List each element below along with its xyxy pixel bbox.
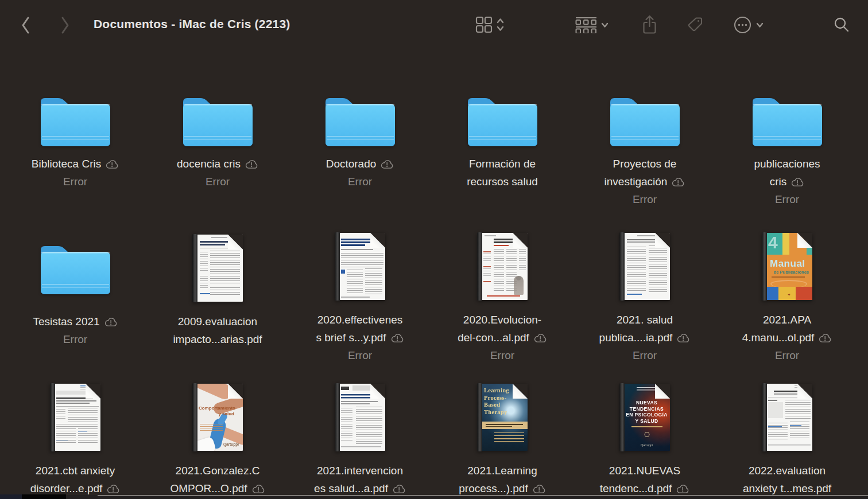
pdf-spine	[762, 383, 767, 451]
window-bottom-edge	[0, 494, 868, 499]
pdf-thumbnail[interactable]	[477, 232, 528, 301]
folder-icon[interactable]	[41, 243, 110, 294]
page-curl	[655, 233, 670, 248]
folder-icon[interactable]	[183, 95, 253, 146]
pdf-page	[623, 233, 670, 300]
pdf-thumbnail[interactable]	[50, 383, 100, 451]
cloud-error-icon	[392, 484, 406, 494]
pdf-spine	[619, 232, 625, 301]
pdf-thumbnail[interactable]	[192, 234, 243, 302]
folder-icon[interactable]	[41, 95, 110, 146]
item-biblioteca-cris[interactable]: Biblioteca Cris Error	[4, 66, 146, 215]
background-gap	[22, 494, 66, 499]
publisher-logo: ✦	[788, 293, 790, 297]
pdf-thumbnail[interactable]: Learning Process- Based Therapy	[477, 383, 528, 451]
item-2020-evolucion[interactable]: 2020.Evolucion- del-con...al.pdf Error	[431, 215, 574, 364]
folder-icon[interactable]	[753, 95, 822, 146]
pdf-spine	[477, 383, 482, 451]
cloud-error-icon	[105, 159, 119, 169]
item-2009-evaluacion[interactable]: 2009.evaluacion impacto...arias.pdf	[146, 215, 289, 364]
item-name: tendenc...d.pdf	[600, 482, 672, 495]
pdf-page	[196, 235, 243, 302]
item-name: del-con...al.pdf	[458, 332, 529, 344]
page-curl	[797, 384, 812, 399]
item-publicaciones-cris[interactable]: publicaciones cris Error	[716, 66, 858, 215]
item-2021-cbt-anxiety[interactable]: 2021.cbt anxiety disorder...e.pdf	[4, 364, 146, 499]
pdf-thumbnail[interactable]	[335, 232, 385, 301]
pdf-page	[481, 233, 528, 300]
item-name: process...).pdf	[459, 482, 528, 495]
cover-authors	[494, 432, 524, 442]
item-name: 2009.evaluacion	[178, 315, 257, 328]
folder-icon[interactable]	[326, 95, 395, 146]
item-name: es salud...a.pdf	[314, 482, 388, 495]
pdf-page: Comportamiento y salud Qartuppi	[196, 384, 243, 451]
item-formacion-recursos[interactable]: Formación de recursos salud	[431, 66, 574, 215]
folder-icon[interactable]	[468, 95, 537, 146]
page-curl	[513, 233, 528, 248]
pdf-thumbnail[interactable]	[762, 383, 812, 451]
folder-icon[interactable]	[610, 95, 680, 146]
item-name: Doctorado	[326, 158, 377, 170]
item-tesistas-2021[interactable]: Tesistas 2021 Error	[4, 215, 146, 364]
item-2021-apa-manual[interactable]: 4 Manual de Publicaciones ✦ 2021.APA 4.m…	[716, 215, 858, 364]
item-name: Tesistas 2021	[33, 315, 99, 328]
pdf-spine	[335, 232, 340, 301]
cloud-error-icon	[676, 484, 689, 494]
item-status: Error	[292, 173, 428, 190]
item-docencia-cris[interactable]: docencia cris Error	[146, 66, 289, 215]
pdf-spine	[50, 383, 55, 451]
pdf-spine	[192, 383, 197, 451]
item-name: Proyectos de	[613, 158, 677, 170]
cloud-error-icon	[533, 333, 547, 343]
cover-title: Manual	[770, 258, 810, 270]
item-name: docencia cris	[177, 158, 241, 170]
cover-block	[782, 233, 789, 255]
item-status: Error	[719, 190, 855, 208]
item-2021-salud-publica[interactable]: 2021. salud publica....ia.pdf Error	[574, 215, 716, 364]
item-proyectos-investigacion[interactable]: Proyectos de investigación Error	[574, 66, 716, 215]
item-name: publica....ia.pdf	[599, 332, 673, 344]
cloud-error-icon	[790, 177, 804, 187]
pdf-thumbnail[interactable]	[335, 383, 385, 451]
item-name: Formación de	[469, 158, 536, 170]
item-name: Biblioteca Cris	[32, 158, 101, 170]
item-doctorado[interactable]: Doctorado Error	[289, 66, 431, 215]
page-curl	[228, 384, 243, 399]
pdf-spine	[762, 232, 767, 301]
cloud-error-icon	[390, 333, 404, 343]
item-2022-evaluation-anxiety[interactable]: 2022.evaluation anxiety t...mes.pdf	[716, 364, 858, 499]
cover-block	[796, 287, 812, 300]
pdf-spine	[619, 383, 625, 451]
item-name: 2021.NUEVAS	[609, 465, 680, 477]
item-2021-nuevas-tendencias[interactable]: NUEVAS TENDENCIAS EN PSICOLOGÍA Y SALUD …	[574, 364, 716, 499]
item-name: 2021.APA	[763, 314, 811, 326]
item-name: 2021. salud	[617, 314, 673, 326]
cloud-error-icon	[532, 484, 546, 494]
item-name: anxiety t...mes.pdf	[743, 482, 831, 495]
item-name: 2022.evaluation	[749, 465, 826, 477]
item-name: 2021.Learning	[467, 465, 537, 477]
item-2021-learning-process[interactable]: Learning Process- Based Therapy 2021.Lea…	[431, 364, 574, 499]
item-2020-effectiveness[interactable]: 2020.effectivenes s brief s...y.pdf Erro…	[289, 215, 431, 364]
pdf-page	[54, 384, 100, 451]
publisher-name: Qartuppi	[223, 442, 239, 446]
item-name: 4.manu...ol.pdf	[742, 332, 815, 344]
item-status: Error	[149, 173, 286, 190]
item-status: Error	[292, 346, 428, 364]
cover-emblem	[644, 432, 649, 437]
page-curl	[370, 384, 385, 399]
pdf-thumbnail[interactable]: 4 Manual de Publicaciones ✦	[762, 232, 812, 301]
cover-subtitle	[631, 426, 662, 427]
item-name: recursos salud	[467, 176, 538, 188]
cloud-error-icon	[671, 177, 685, 187]
page-curl	[797, 233, 812, 248]
pdf-thumbnail[interactable]: NUEVAS TENDENCIAS EN PSICOLOGÍA Y SALUD …	[619, 383, 670, 451]
item-2021-intervenciones[interactable]: 2021.intervencion es salud...a.pdf	[289, 364, 431, 499]
pdf-thumbnail[interactable]	[619, 232, 670, 301]
cloud-error-icon	[380, 159, 394, 169]
item-status: Error	[434, 346, 571, 364]
item-2021-gonzalez-comportamiento[interactable]: Comportamiento y salud Qartuppi 2021.Gon…	[146, 364, 289, 499]
pdf-thumbnail[interactable]: Comportamiento y salud Qartuppi	[192, 383, 243, 451]
item-name: impacto...arias.pdf	[173, 333, 262, 346]
